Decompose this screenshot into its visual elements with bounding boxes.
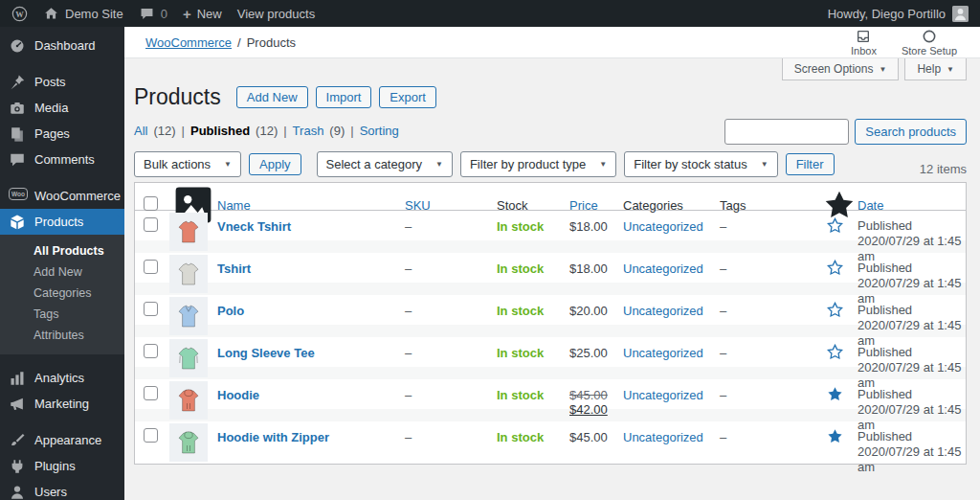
view-trash-link[interactable]: Trash (293, 124, 324, 138)
product-thumbnail[interactable] (169, 339, 208, 377)
product-thumbnail[interactable] (169, 381, 208, 420)
comments-count: 0 (161, 7, 167, 21)
category-link[interactable]: Uncategorized (623, 219, 703, 234)
row-checkbox[interactable] (144, 344, 158, 358)
category-link[interactable]: Uncategorized (623, 430, 703, 444)
breadcrumb-woocommerce-link[interactable]: WooCommerce (145, 35, 232, 50)
product-row: Tshirt – In stock $18.00 Uncategorized –… (135, 253, 966, 295)
product-name-link[interactable]: Long Sleeve Tee (217, 346, 315, 360)
sidebar-item-analytics[interactable]: Analytics (0, 365, 124, 391)
row-checkbox[interactable] (144, 217, 158, 232)
account-menu[interactable]: Howdy, Diego Portillo (828, 6, 969, 22)
view-count: (12) (153, 124, 175, 138)
chevron-down-icon: ▼ (761, 160, 768, 169)
category-link[interactable]: Uncategorized (623, 346, 703, 360)
view-all-link[interactable]: All (134, 124, 147, 138)
view-published-link[interactable]: Published (190, 124, 250, 138)
sidebar-item-products[interactable]: Products (0, 209, 124, 235)
search-products-button[interactable]: Search products (855, 119, 967, 145)
brush-icon (9, 432, 26, 449)
wordpress-logo-icon: W (11, 6, 28, 22)
sidebar-item-label: WooCommerce (34, 189, 121, 203)
apply-button[interactable]: Apply (249, 153, 301, 175)
product-type-filter-select[interactable]: Filter by product type ▼ (460, 151, 616, 177)
sidebar-item-users[interactable]: Users (0, 479, 124, 500)
product-thumbnail[interactable] (169, 213, 208, 251)
chevron-down-icon: ▼ (599, 160, 607, 169)
view-products-menu[interactable]: View products (237, 7, 315, 21)
screen-options-button[interactable]: Screen Options ▼ (782, 58, 900, 80)
store-setup-button[interactable]: Store Setup (902, 29, 957, 57)
product-name-link[interactable]: Hoodie with Zipper (217, 430, 329, 444)
site-name-menu[interactable]: Demo Site (43, 6, 123, 22)
view-sorting-link[interactable]: Sorting (360, 124, 399, 138)
chevron-down-icon: ▼ (947, 65, 954, 74)
sidebar-item-label: Media (34, 101, 68, 115)
category-link[interactable]: Uncategorized (623, 261, 703, 276)
sidebar-item-posts[interactable]: Posts (0, 69, 124, 95)
products-page: Products Add New Import Export All(12)|P… (124, 80, 980, 465)
inbox-button[interactable]: Inbox (851, 29, 877, 57)
product-row: Polo – In stock $20.00 Uncategorized – P… (135, 295, 966, 337)
plus-icon: + (183, 7, 191, 21)
import-button[interactable]: Import (316, 86, 372, 108)
new-label: New (197, 7, 222, 21)
stock-status-filter-select[interactable]: Filter by stock status ▼ (624, 151, 777, 177)
submenu-item-attributes[interactable]: Attributes (0, 325, 124, 346)
sidebar-item-plugins[interactable]: Plugins (0, 453, 124, 479)
bulk-actions-select[interactable]: Bulk actions ▼ (134, 151, 241, 177)
new-menu[interactable]: + New (183, 7, 222, 21)
product-thumbnail[interactable] (169, 297, 208, 335)
admin-bar: W Demo Site 0 + New View products Howdy,… (0, 0, 980, 27)
page-title: Products (134, 84, 221, 110)
sidebar-item-label: Products (34, 215, 83, 229)
product-name-link[interactable]: Vneck Tshirt (217, 219, 291, 234)
publish-status: Published (858, 303, 912, 317)
featured-star-toggle[interactable] (821, 421, 856, 475)
row-checkbox[interactable] (144, 428, 158, 443)
product-type-filter-label: Filter by product type (470, 157, 586, 171)
sidebar-item-marketing[interactable]: Marketing (0, 391, 124, 417)
filter-button[interactable]: Filter (786, 153, 835, 175)
sidebar-item-label: Appearance (34, 433, 101, 447)
wordpress-menu[interactable]: W (11, 6, 28, 22)
sidebar-item-woocommerce[interactable]: WooWooCommerce (0, 183, 124, 209)
product-name-link[interactable]: Tshirt (217, 261, 251, 276)
sidebar-item-pages[interactable]: Pages (0, 121, 124, 147)
content-area: WooCommerce / Products Inbox Store Setup… (124, 27, 980, 500)
row-checkbox[interactable] (144, 302, 158, 316)
sidebar-item-dashboard[interactable]: Dashboard (0, 33, 124, 58)
product-row: Hoodie – In stock $45.00$42.00 Uncategor… (135, 379, 966, 421)
inbox-label: Inbox (851, 45, 877, 57)
sidebar-item-label: Dashboard (34, 38, 96, 53)
product-name-link[interactable]: Polo (217, 304, 244, 318)
submenu-item-add-new[interactable]: Add New (0, 261, 124, 283)
camera-icon (9, 100, 26, 117)
select-all-checkbox[interactable] (144, 196, 158, 211)
comments-menu[interactable]: 0 (139, 6, 167, 22)
products-submenu: All ProductsAdd NewCategoriesTagsAttribu… (0, 235, 124, 354)
product-thumbnail[interactable] (169, 423, 208, 462)
add-new-button[interactable]: Add New (236, 86, 308, 108)
search-input[interactable] (724, 119, 849, 145)
submenu-item-categories[interactable]: Categories (0, 283, 124, 304)
category-link[interactable]: Uncategorized (623, 304, 703, 318)
row-checkbox[interactable] (144, 386, 158, 400)
sidebar-item-appearance[interactable]: Appearance (0, 427, 124, 453)
category-link[interactable]: Uncategorized (623, 388, 703, 402)
breadcrumb-current: Products (247, 35, 296, 50)
old-price: $45.00 (569, 388, 621, 402)
sidebar-item-comments[interactable]: Comments (0, 147, 124, 172)
row-checkbox[interactable] (144, 260, 158, 274)
export-button[interactable]: Export (379, 86, 436, 108)
submenu-item-all-products[interactable]: All Products (0, 240, 124, 261)
submenu-item-tags[interactable]: Tags (0, 304, 124, 325)
help-button[interactable]: Help ▼ (904, 58, 967, 80)
sidebar-item-media[interactable]: Media (0, 95, 124, 121)
product-thumbnail[interactable] (169, 255, 208, 293)
category-filter-select[interactable]: Select a category ▼ (317, 151, 453, 177)
bulk-actions-label: Bulk actions (144, 157, 211, 171)
search-box: Search products (724, 119, 967, 145)
help-label: Help (917, 62, 941, 76)
product-name-link[interactable]: Hoodie (217, 388, 259, 402)
